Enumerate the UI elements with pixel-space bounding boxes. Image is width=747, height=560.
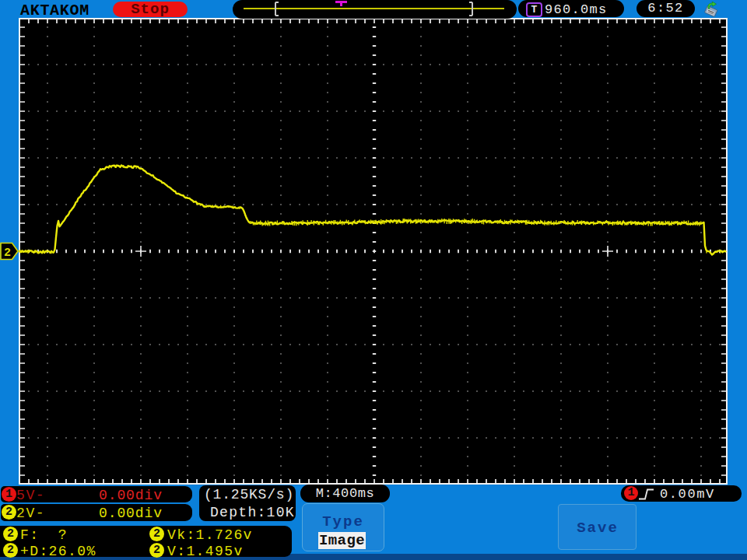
svg-text:2: 2 bbox=[4, 247, 11, 260]
